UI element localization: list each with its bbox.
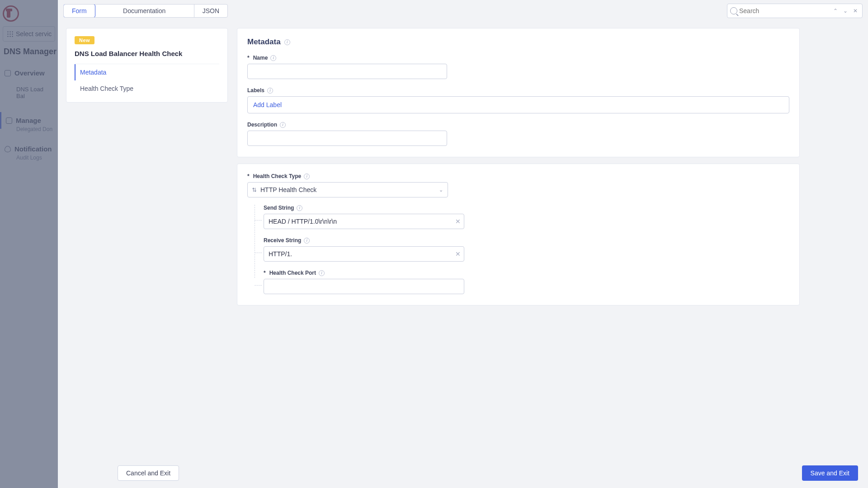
- clear-icon[interactable]: ✕: [455, 218, 461, 225]
- search-icon: [730, 7, 737, 14]
- labels-input[interactable]: Add Label: [247, 96, 789, 113]
- search-input[interactable]: [739, 7, 830, 14]
- tab-documentation[interactable]: Documentation: [95, 5, 194, 17]
- name-input[interactable]: [247, 64, 447, 79]
- search-box[interactable]: ⌃ ⌄ ✕: [727, 4, 863, 18]
- cancel-button[interactable]: Cancel and Exit: [118, 465, 179, 481]
- modal-panel: Form Documentation JSON ⌃ ⌄ ✕ New DNS Lo…: [58, 0, 868, 488]
- info-icon[interactable]: i: [280, 122, 286, 128]
- health-check-type-value: HTTP Health Check: [260, 186, 435, 193]
- footer: Cancel and Exit Save and Exit: [58, 458, 868, 488]
- health-check-type-select[interactable]: ⇄ HTTP Health Check ⌄: [247, 182, 448, 197]
- new-badge: New: [75, 36, 94, 44]
- health-check-nested: Send String i ✕ Receive String i: [247, 205, 789, 294]
- info-icon[interactable]: i: [284, 39, 290, 45]
- labels-label: Labels i: [247, 87, 789, 94]
- branch-icon: ⇄: [251, 188, 258, 192]
- info-icon[interactable]: i: [319, 270, 325, 276]
- metadata-section-title: Metadata i: [247, 38, 789, 47]
- clear-icon[interactable]: ✕: [455, 250, 461, 258]
- info-icon[interactable]: i: [297, 205, 302, 211]
- form-nav-title: DNS Load Balancer Health Check: [75, 50, 219, 64]
- receive-string-input[interactable]: [264, 246, 464, 262]
- body-area: New DNS Load Balancer Health Check Metad…: [58, 22, 868, 458]
- health-check-port-label: * Health Check Port i: [264, 270, 789, 276]
- info-icon[interactable]: i: [267, 88, 273, 94]
- description-label: Description i: [247, 122, 789, 128]
- receive-string-label: Receive String i: [264, 237, 789, 244]
- search-prev-icon[interactable]: ⌃: [831, 7, 840, 15]
- topbar: Form Documentation JSON ⌃ ⌄ ✕: [58, 0, 868, 22]
- name-label: * Name i: [247, 55, 789, 61]
- tab-form[interactable]: Form: [63, 4, 95, 18]
- search-close-icon[interactable]: ✕: [851, 7, 859, 15]
- health-check-port-input[interactable]: [264, 279, 464, 294]
- form-nav-metadata[interactable]: Metadata: [75, 64, 219, 80]
- description-input[interactable]: [247, 131, 447, 146]
- form-nav-card: New DNS Load Balancer Health Check Metad…: [66, 28, 228, 103]
- view-tab-group: Form Documentation JSON: [63, 4, 228, 18]
- send-string-label: Send String i: [264, 205, 789, 211]
- sidebar-overlay: [0, 0, 58, 488]
- form-column: Metadata i * Name i Labels i: [237, 28, 800, 452]
- form-nav-health-check-type[interactable]: Health Check Type: [75, 80, 219, 97]
- info-icon[interactable]: i: [270, 55, 276, 61]
- health-check-type-label: * Health Check Type i: [247, 173, 789, 179]
- chevron-down-icon: ⌄: [439, 187, 443, 193]
- health-check-section: * Health Check Type i ⇄ HTTP Health Chec…: [237, 164, 800, 305]
- tab-json[interactable]: JSON: [194, 5, 227, 17]
- save-button[interactable]: Save and Exit: [802, 465, 858, 481]
- info-icon[interactable]: i: [304, 174, 310, 179]
- add-label-placeholder: Add Label: [253, 101, 282, 108]
- send-string-input[interactable]: [264, 214, 464, 229]
- info-icon[interactable]: i: [304, 238, 310, 244]
- metadata-section: Metadata i * Name i Labels i: [237, 28, 800, 157]
- search-next-icon[interactable]: ⌄: [841, 7, 849, 15]
